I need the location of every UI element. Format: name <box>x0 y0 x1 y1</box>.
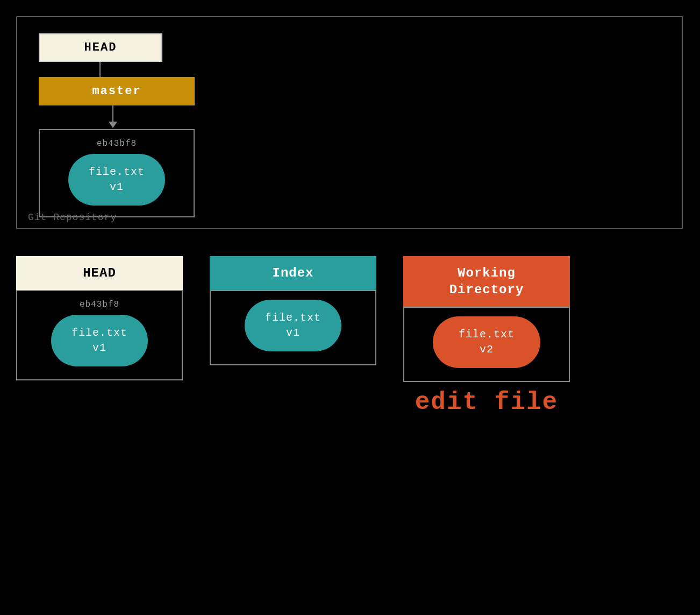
commit-box-top: eb43bf8 file.txt v1 <box>39 129 195 217</box>
col-head-hash: eb43bf8 <box>80 300 119 309</box>
edit-file-label: edit file <box>415 388 558 416</box>
col-head-blob: file.txt v1 <box>51 315 148 366</box>
connector-head-to-master <box>99 62 101 77</box>
commit-hash-top: eb43bf8 <box>97 139 137 149</box>
head-box-top: HEAD <box>39 33 162 62</box>
col-working-blob-line2: v2 <box>480 343 494 356</box>
head-label-top: HEAD <box>84 41 117 54</box>
col-head: HEAD eb43bf8 file.txt v1 <box>16 256 183 380</box>
blob-line1-top: file.txt <box>89 166 145 178</box>
col-working-blob-line1: file.txt <box>459 328 515 341</box>
bottom-section: HEAD eb43bf8 file.txt v1 Index file.txt … <box>16 256 683 416</box>
col-working-header: Working Directory <box>403 256 570 307</box>
col-working-blob: file.txt v2 <box>433 316 540 368</box>
master-label: master <box>92 84 141 98</box>
arrow-master-to-commit <box>109 105 117 129</box>
col-head-header: HEAD <box>16 256 183 290</box>
blob-line2-top: v1 <box>110 181 124 193</box>
git-repository-section: HEAD master eb43bf8 file.txt v1 Git Repo… <box>16 16 683 229</box>
col-index-header: Index <box>210 256 376 290</box>
col-head-blob-line2: v1 <box>92 342 106 354</box>
col-head-blob-line1: file.txt <box>72 327 127 339</box>
col-index-blob: file.txt v1 <box>245 300 341 351</box>
git-repo-label: Git Repository <box>28 212 117 223</box>
col-index: Index file.txt v1 <box>210 256 376 365</box>
col-head-box: eb43bf8 file.txt v1 <box>16 290 183 380</box>
col-index-blob-line1: file.txt <box>265 312 321 324</box>
col-index-blob-line2: v1 <box>286 327 300 339</box>
repo-inner: HEAD master eb43bf8 file.txt v1 <box>39 33 189 217</box>
col-working-header-text: Working Directory <box>449 266 524 297</box>
col-index-box: file.txt v1 <box>210 290 376 365</box>
blob-top: file.txt v1 <box>68 154 165 206</box>
col-working: Working Directory file.txt v2 edit file <box>403 256 570 416</box>
col-working-box: file.txt v2 <box>403 307 570 382</box>
master-box: master <box>39 77 195 105</box>
